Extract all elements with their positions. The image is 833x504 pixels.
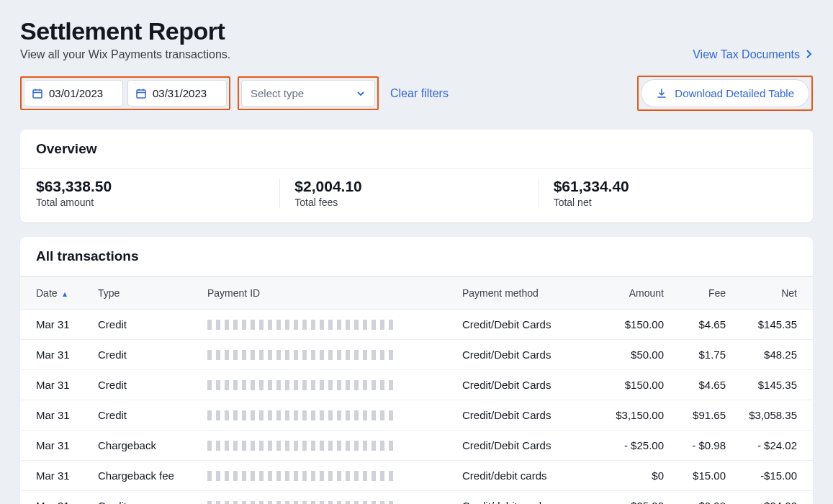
cell-fee: $0.98 bbox=[664, 500, 726, 504]
column-header-fee[interactable]: Fee bbox=[664, 287, 726, 299]
cell-date: Mar 31 bbox=[36, 409, 98, 421]
overview-total-amount-label: Total amount bbox=[36, 197, 265, 208]
calendar-icon bbox=[135, 88, 147, 99]
cell-net: $48.25 bbox=[726, 348, 797, 361]
cell-payment-id bbox=[207, 439, 462, 451]
overview-card: Overview $63,338.50 Total amount $2,004.… bbox=[20, 130, 813, 222]
date-from-value: 03/01/2023 bbox=[49, 87, 103, 99]
type-select[interactable]: Select type bbox=[241, 80, 375, 107]
cell-date: Mar 31 bbox=[36, 469, 98, 482]
table-row[interactable]: Mar 31CreditCredit/Debit Cards$150.00$4.… bbox=[20, 370, 813, 400]
cell-amount: $25.00 bbox=[585, 500, 664, 504]
date-to-input[interactable]: 03/31/2023 bbox=[127, 80, 227, 107]
table-row[interactable]: Mar 31CreditCredit/debit cards$25.00$0.9… bbox=[20, 491, 813, 504]
chevron-right-icon bbox=[806, 49, 813, 60]
cell-net: $24.02 bbox=[726, 500, 797, 504]
cell-fee: - $0.98 bbox=[664, 439, 726, 451]
download-detailed-table-button[interactable]: Download Detailed Table bbox=[641, 79, 809, 107]
cell-date: Mar 31 bbox=[36, 348, 98, 361]
cell-net: $3,058.35 bbox=[726, 409, 797, 421]
clear-filters-link[interactable]: Clear filters bbox=[390, 87, 449, 100]
cell-method: Credit/Debit Cards bbox=[462, 409, 585, 421]
cell-fee: $4.65 bbox=[664, 318, 726, 330]
cell-method: Credit/Debit Cards bbox=[462, 439, 585, 451]
download-icon bbox=[656, 88, 667, 99]
cell-method: Credit/Debit Cards bbox=[462, 318, 585, 330]
transactions-header-row: Date ▴ Type Payment ID Payment method Am… bbox=[20, 276, 813, 310]
cell-type: Credit bbox=[98, 318, 207, 330]
column-header-payment-id[interactable]: Payment ID bbox=[207, 287, 462, 299]
table-row[interactable]: Mar 31Chargeback feeCredit/debit cards$0… bbox=[20, 461, 813, 491]
overview-total-amount-value: $63,338.50 bbox=[36, 178, 265, 195]
cell-fee: $4.65 bbox=[664, 379, 726, 391]
column-header-date[interactable]: Date ▴ bbox=[36, 287, 98, 299]
cell-payment-id bbox=[207, 379, 462, 391]
cell-payment-id bbox=[207, 318, 462, 330]
cell-method: Credit/debit cards bbox=[462, 469, 585, 482]
table-row[interactable]: Mar 31ChargebackCredit/Debit Cards- $25.… bbox=[20, 431, 813, 461]
overview-total-fees-value: $2,004.10 bbox=[294, 178, 523, 195]
transactions-card: All transactions Date ▴ Type Payment ID … bbox=[20, 237, 813, 504]
cell-type: Credit bbox=[98, 348, 207, 361]
cell-method: Credit/Debit Cards bbox=[462, 379, 585, 391]
cell-type: Chargeback fee bbox=[98, 469, 207, 482]
overview-total-fees-label: Total fees bbox=[294, 197, 523, 208]
cell-type: Credit bbox=[98, 500, 207, 504]
cell-date: Mar 31 bbox=[36, 318, 98, 330]
type-select-placeholder: Select type bbox=[251, 87, 304, 99]
cell-date: Mar 31 bbox=[36, 439, 98, 451]
cell-method: Credit/Debit Cards bbox=[462, 348, 585, 361]
cell-fee: $15.00 bbox=[664, 469, 726, 482]
cell-net: $145.35 bbox=[726, 318, 797, 330]
transactions-title: All transactions bbox=[20, 237, 813, 276]
cell-fee: $91.65 bbox=[664, 409, 726, 421]
overview-title: Overview bbox=[20, 130, 813, 169]
type-select-highlight: Select type bbox=[238, 76, 379, 110]
cell-type: Chargeback bbox=[98, 439, 207, 451]
cell-amount: $150.00 bbox=[585, 318, 664, 330]
cell-type: Credit bbox=[98, 379, 207, 391]
calendar-icon bbox=[32, 88, 43, 99]
date-range-highlight: 03/01/2023 03/31/2023 bbox=[20, 76, 230, 110]
date-from-input[interactable]: 03/01/2023 bbox=[24, 80, 123, 107]
sort-ascending-icon: ▴ bbox=[63, 289, 67, 299]
cell-amount: $150.00 bbox=[585, 379, 664, 391]
cell-type: Credit bbox=[98, 409, 207, 421]
overview-total-net-value: $61,334.40 bbox=[554, 178, 783, 195]
svg-rect-4 bbox=[137, 90, 145, 98]
cell-amount: - $25.00 bbox=[585, 439, 664, 451]
page-subtitle: View all your Wix Payments transactions. bbox=[20, 48, 230, 61]
table-row[interactable]: Mar 31CreditCredit/Debit Cards$3,150.00$… bbox=[20, 400, 813, 431]
cell-date: Mar 31 bbox=[36, 500, 98, 504]
cell-method: Credit/debit cards bbox=[462, 500, 585, 504]
cell-amount: $3,150.00 bbox=[585, 409, 664, 421]
cell-net: -$15.00 bbox=[726, 469, 797, 482]
date-to-value: 03/31/2023 bbox=[153, 87, 207, 99]
table-row[interactable]: Mar 31CreditCredit/Debit Cards$50.00$1.7… bbox=[20, 340, 813, 370]
cell-date: Mar 31 bbox=[36, 379, 98, 391]
download-highlight: Download Detailed Table bbox=[637, 76, 813, 111]
cell-fee: $1.75 bbox=[664, 348, 726, 361]
column-header-type[interactable]: Type bbox=[98, 287, 207, 299]
cell-net: $145.35 bbox=[726, 379, 797, 391]
cell-payment-id bbox=[207, 469, 462, 482]
chevron-down-icon bbox=[356, 89, 366, 99]
view-tax-documents-link[interactable]: View Tax Documents bbox=[693, 48, 813, 61]
cell-amount: $0 bbox=[585, 469, 664, 482]
overview-total-net-label: Total net bbox=[554, 197, 783, 208]
cell-payment-id bbox=[207, 348, 462, 361]
cell-payment-id bbox=[207, 409, 462, 421]
cell-payment-id bbox=[207, 500, 462, 504]
svg-rect-0 bbox=[33, 90, 42, 98]
tax-link-label: View Tax Documents bbox=[693, 48, 800, 61]
column-header-method[interactable]: Payment method bbox=[462, 287, 585, 299]
download-label: Download Detailed Table bbox=[675, 87, 794, 99]
page-title: Settlement Report bbox=[20, 17, 230, 45]
column-header-net[interactable]: Net bbox=[726, 287, 797, 299]
cell-amount: $50.00 bbox=[585, 348, 664, 361]
column-header-amount[interactable]: Amount bbox=[585, 287, 664, 299]
table-row[interactable]: Mar 31CreditCredit/Debit Cards$150.00$4.… bbox=[20, 310, 813, 340]
cell-net: - $24.02 bbox=[726, 439, 797, 451]
